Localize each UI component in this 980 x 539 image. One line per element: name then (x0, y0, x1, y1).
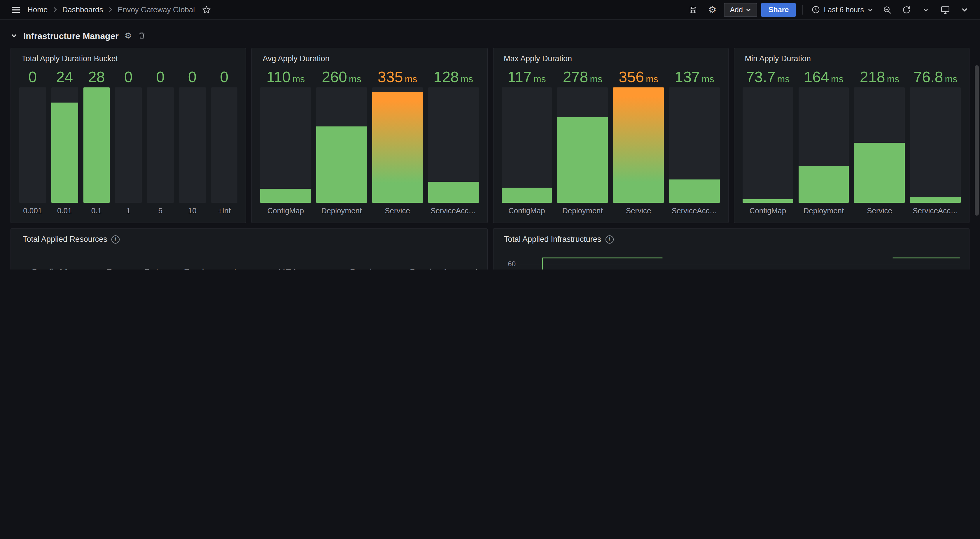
grafana-dashboard: Home Dashboards Envoy Gateway Global ⚙ A… (0, 0, 980, 270)
breadcrumb-dashboards[interactable]: Dashboards (62, 5, 103, 14)
panel-title[interactable]: Max Apply Duration (504, 54, 572, 63)
bar-track (179, 87, 206, 203)
section-chevron-down-icon[interactable] (11, 32, 18, 39)
bar-category-label: ServiceAcc… (669, 203, 720, 218)
bar-fill (557, 117, 608, 203)
timeseries-chart[interactable]: 020406017:0017:3018:0018:3019:0019:3020:… (500, 246, 963, 270)
bar-category-label: ServiceAcc… (910, 203, 961, 218)
bar-value-unit: ms (831, 74, 843, 84)
bar-column: 117msConfigMap (501, 67, 552, 218)
bar-track (316, 87, 367, 203)
bar-column: 128msServiceAcc… (428, 67, 479, 218)
monitor-icon (940, 5, 950, 14)
bar-track (798, 87, 849, 203)
bar-value: 0 (179, 67, 206, 87)
panel-total-apply-duration-bucket: Total Apply Duration Bucket00.001240.012… (11, 48, 247, 223)
bar-column: 280.1 (83, 67, 110, 218)
panel-title[interactable]: Avg Apply Duration (263, 54, 329, 63)
add-button-label: Add (730, 6, 743, 14)
bar-category-label: Deployment (798, 203, 849, 218)
info-icon[interactable]: i (605, 235, 613, 243)
share-button[interactable]: Share (762, 3, 796, 17)
bar-column: 110msConfigMap (261, 67, 311, 218)
bar-value-unit: ms (461, 74, 473, 84)
bar-track (910, 87, 961, 203)
bar-track (372, 87, 423, 203)
bar-category-label: Service (372, 203, 423, 218)
bar-value: 164ms (798, 67, 849, 87)
bar-value-unit: ms (405, 74, 417, 84)
bar-value-unit: ms (777, 74, 790, 84)
bar-track (51, 87, 78, 203)
breadcrumb-current: Envoy Gateway Global (118, 5, 195, 14)
stat-label: Service (349, 267, 382, 270)
star-icon (202, 5, 211, 14)
chevron-right-icon (52, 6, 58, 13)
favorite-button[interactable] (199, 2, 214, 17)
bar-fill (854, 143, 905, 203)
dashboard-settings-button[interactable]: ⚙ (705, 2, 720, 17)
collapse-nav-button[interactable] (957, 2, 972, 17)
panel-title[interactable]: Min Apply Duration (745, 54, 811, 63)
bar-value-unit: ms (646, 74, 658, 84)
bar-fill (613, 87, 664, 203)
save-dashboard-button[interactable] (686, 2, 701, 17)
time-range-picker[interactable]: Last 6 hours (809, 5, 876, 14)
row-header-infrastructure-manager: Infrastructure Manager ⚙ (11, 29, 969, 43)
bar-value: 0 (115, 67, 142, 87)
top-nav: Home Dashboards Envoy Gateway Global ⚙ A… (0, 0, 980, 20)
panel-title[interactable]: Total Applied Resources (23, 235, 107, 244)
panel-title[interactable]: Total Applied Infrastructures (504, 235, 601, 244)
bar-category-label: ConfigMap (501, 203, 552, 218)
bar-value: 128ms (428, 67, 479, 87)
bar-track (83, 87, 110, 203)
menu-icon (11, 4, 21, 15)
caret-down-icon (746, 7, 752, 13)
clock-icon (811, 5, 820, 14)
bar-track (501, 87, 552, 203)
bar-value-unit: ms (945, 74, 957, 84)
info-icon[interactable]: i (111, 235, 119, 243)
caret-down-icon (867, 7, 873, 13)
add-button[interactable]: Add (724, 3, 757, 17)
panel-title[interactable]: Total Apply Duration Bucket (22, 54, 118, 63)
stat-cell: ConfigMap13 (18, 267, 91, 270)
bar-fill (51, 103, 78, 203)
bar-value: 73.7ms (743, 67, 793, 87)
bar-value: 0 (147, 67, 174, 87)
breadcrumb-home[interactable]: Home (27, 5, 48, 14)
bar-value: 260ms (316, 67, 367, 87)
bar-category-label: Service (854, 203, 905, 218)
bar-value: 0 (19, 67, 46, 87)
bar-value: 0 (211, 67, 238, 87)
bar-value: 76.8ms (910, 67, 961, 87)
zoom-out-button[interactable] (880, 2, 895, 17)
refresh-interval-button[interactable] (918, 2, 933, 17)
bar-fill (316, 127, 367, 203)
row-settings-button[interactable]: ⚙ (124, 32, 132, 40)
bar-track (115, 87, 142, 203)
bar-fill (261, 189, 311, 203)
stat-grid: ConfigMap13DaemonSet13Deployment13HPA13S… (18, 246, 480, 270)
row-delete-button[interactable] (138, 32, 146, 40)
section-title[interactable]: Infrastructure Manager (23, 30, 119, 41)
refresh-button[interactable] (899, 2, 914, 17)
bar-column: 218msService (854, 67, 905, 218)
tv-mode-button[interactable] (937, 2, 953, 17)
bar-track (428, 87, 479, 203)
time-range-label: Last 6 hours (824, 6, 864, 14)
menu-toggle-button[interactable] (8, 2, 23, 17)
bar-column: 164msDeployment (798, 67, 849, 218)
stat-label: DaemonSet (106, 267, 159, 270)
bar-column: 260msDeployment (316, 67, 367, 218)
bar-value: 117ms (501, 67, 552, 87)
bar-fill (372, 92, 423, 203)
bar-track (19, 87, 46, 203)
stat-cell: HPA13 (251, 267, 325, 270)
bar-category-label: ConfigMap (261, 203, 311, 218)
bar-value: 137ms (669, 67, 720, 87)
bar-column: 0+Inf (211, 67, 238, 218)
bar-category-label: Service (613, 203, 664, 218)
save-icon (688, 5, 698, 14)
scrollbar-thumb[interactable] (975, 65, 979, 216)
